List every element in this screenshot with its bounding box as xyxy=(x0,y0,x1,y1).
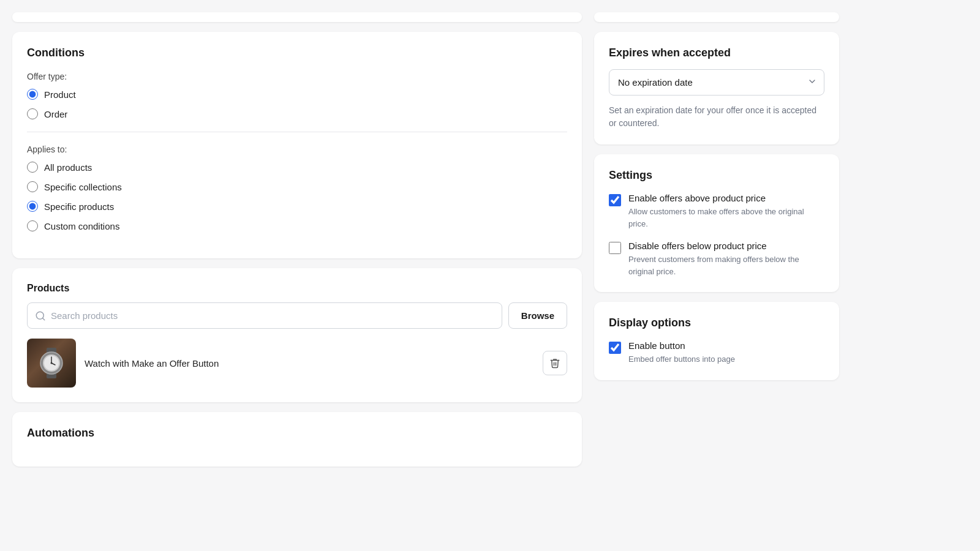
display-options-card: Display options Enable button Embed offe… xyxy=(594,302,839,380)
display-options-title: Display options xyxy=(609,317,824,329)
enable-above-price-item: Enable offers above product price Allow … xyxy=(609,193,824,230)
offer-type-group: Product Order xyxy=(27,89,567,119)
product-image-inner xyxy=(27,339,76,388)
applies-specific-products[interactable]: Specific products xyxy=(27,201,567,212)
offer-type-order-radio[interactable] xyxy=(27,108,38,119)
applies-to-label: Applies to: xyxy=(27,144,567,154)
enable-above-price-label: Enable offers above product price xyxy=(628,193,824,203)
search-icon xyxy=(35,310,46,321)
enable-button-label: Enable button xyxy=(628,340,735,351)
enable-above-price-content: Enable offers above product price Allow … xyxy=(628,193,824,230)
disable-below-price-item: Disable offers below product price Preve… xyxy=(609,241,824,277)
offer-type-order[interactable]: Order xyxy=(27,108,567,119)
applies-specific-collections[interactable]: Specific collections xyxy=(27,181,567,192)
trash-icon xyxy=(549,358,560,369)
disable-below-price-label: Disable offers below product price xyxy=(628,241,824,251)
disable-below-price-content: Disable offers below product price Preve… xyxy=(628,241,824,277)
automations-card: Automations xyxy=(12,412,582,467)
expires-title: Expires when accepted xyxy=(609,47,824,59)
applies-all-products-radio[interactable] xyxy=(27,162,38,173)
offer-type-label: Offer type: xyxy=(27,72,567,81)
expiration-select[interactable]: No expiration date 1 day 3 days 7 days 1… xyxy=(609,69,824,96)
disable-below-price-desc: Prevent customers from making offers bel… xyxy=(628,253,824,277)
disable-below-price-checkbox-wrap xyxy=(609,242,621,277)
top-partial-card xyxy=(12,12,582,22)
applies-specific-products-radio[interactable] xyxy=(27,201,38,212)
offer-type-product-radio[interactable] xyxy=(27,89,38,100)
right-top-partial-card xyxy=(594,12,839,22)
product-name: Watch with Make an Offer Button xyxy=(85,358,534,369)
svg-line-1 xyxy=(42,318,44,320)
conditions-card: Conditions Offer type: Product Order App… xyxy=(12,32,582,258)
applies-custom-conditions-radio[interactable] xyxy=(27,220,38,231)
expiration-select-wrapper: No expiration date 1 day 3 days 7 days 1… xyxy=(609,69,824,96)
products-title: Products xyxy=(27,283,567,294)
settings-title: Settings xyxy=(609,169,824,182)
settings-card: Settings Enable offers above product pri… xyxy=(594,154,839,292)
applies-to-group: All products Specific collections Specif… xyxy=(27,162,567,231)
browse-button[interactable]: Browse xyxy=(508,302,567,329)
enable-button-checkbox-wrap xyxy=(609,342,621,365)
divider xyxy=(27,132,567,132)
search-input[interactable] xyxy=(51,303,494,328)
expiration-helper-text: Set an expiration date for your offer on… xyxy=(609,104,824,130)
search-wrapper xyxy=(27,302,502,329)
delete-product-button[interactable] xyxy=(543,351,567,375)
enable-above-price-desc: Allow customers to make offers above the… xyxy=(628,206,824,230)
applies-all-products-label: All products xyxy=(44,162,92,173)
applies-all-products[interactable]: All products xyxy=(27,162,567,173)
applies-specific-collections-label: Specific collections xyxy=(44,182,122,192)
enable-button-content: Enable button Embed offer buttons into p… xyxy=(628,340,735,365)
conditions-title: Conditions xyxy=(27,47,567,59)
enable-button-desc: Embed offer buttons into page xyxy=(628,353,735,365)
expires-card: Expires when accepted No expiration date… xyxy=(594,32,839,144)
applies-specific-collections-radio[interactable] xyxy=(27,181,38,192)
enable-button-checkbox[interactable] xyxy=(609,342,621,354)
offer-type-product-label: Product xyxy=(44,89,76,100)
offer-type-product[interactable]: Product xyxy=(27,89,567,100)
product-image xyxy=(27,339,76,388)
disable-below-price-checkbox[interactable] xyxy=(609,242,621,254)
applies-custom-conditions[interactable]: Custom conditions xyxy=(27,220,567,231)
automations-title: Automations xyxy=(27,427,567,440)
enable-button-item: Enable button Embed offer buttons into p… xyxy=(609,340,824,365)
search-row: Browse xyxy=(27,302,567,329)
applies-custom-conditions-label: Custom conditions xyxy=(44,221,119,231)
offer-type-order-label: Order xyxy=(44,109,67,119)
enable-above-price-checkbox[interactable] xyxy=(609,194,621,206)
svg-point-9 xyxy=(51,362,53,364)
product-row: Watch with Make an Offer Button xyxy=(27,339,567,388)
applies-specific-products-label: Specific products xyxy=(44,201,114,212)
products-card: Products Browse xyxy=(12,268,582,402)
enable-above-price-checkbox-wrap xyxy=(609,194,621,230)
